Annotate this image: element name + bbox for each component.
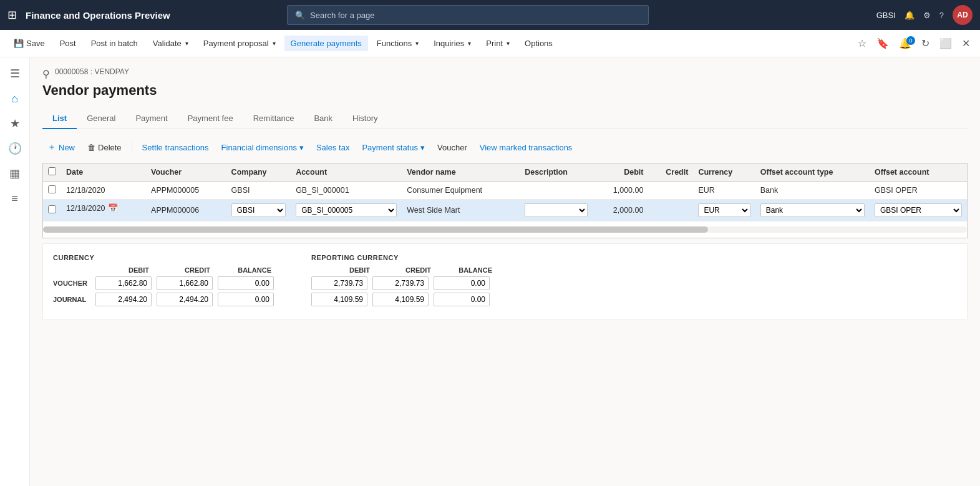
tab-general[interactable]: General	[77, 109, 125, 129]
col-check	[43, 163, 61, 182]
curr-credit-header: CREDIT	[154, 266, 210, 274]
search-icon: 🔍	[295, 11, 305, 20]
post-in-batch-button[interactable]: Post in batch	[85, 36, 144, 51]
sales-tax-button[interactable]: Sales tax	[311, 140, 354, 155]
scroll-thumb[interactable]	[43, 226, 708, 233]
sidebar-item-home[interactable]: ⌂	[4, 87, 26, 110]
row1-check[interactable]	[43, 182, 61, 200]
notification-icon[interactable]: 🔔	[905, 11, 915, 20]
summary-section: CURRENCY DEBIT CREDIT BALANCE VOUCHER	[42, 243, 968, 319]
delete-icon: 🗑	[87, 143, 95, 152]
table-row[interactable]: 12/18/2020 📅 APPM000006 GBSI	[43, 200, 967, 221]
rep-journal-balance[interactable]	[434, 293, 490, 306]
close-icon[interactable]: ✕	[959, 35, 973, 52]
row2-date: 12/18/2020 📅	[61, 200, 146, 217]
view-marked-button[interactable]: View marked transactions	[475, 140, 578, 155]
row2-offset-account-select[interactable]: GBSI OPER	[875, 203, 962, 217]
sidebar-item-favorites[interactable]: ★	[4, 112, 26, 135]
voucher-button[interactable]: Voucher	[432, 140, 472, 155]
currency-voucher-row: VOUCHER	[53, 276, 274, 290]
row2-account-select[interactable]: GB_SI_000005	[296, 203, 397, 217]
sidebar-item-recent[interactable]: 🕐	[4, 137, 26, 160]
tab-history[interactable]: History	[342, 109, 387, 129]
table-row[interactable]: 12/18/2020 APPM000005 GBSI GB_SI_000001 …	[43, 182, 967, 200]
row2-account[interactable]: GB_SI_000005	[291, 200, 402, 221]
tab-bank[interactable]: Bank	[304, 109, 342, 129]
row1-company: GBSI	[226, 182, 291, 200]
curr-voucher-debit[interactable]	[95, 276, 152, 290]
row1-desc	[520, 182, 593, 200]
rep-credit-header: CREDIT	[375, 266, 431, 274]
reporting-title: REPORTING CURRENCY	[311, 254, 492, 261]
tab-payment[interactable]: Payment	[125, 109, 177, 129]
options-button[interactable]: Options	[518, 36, 559, 51]
horizontal-scrollbar[interactable]	[43, 226, 967, 233]
row2-offset-account[interactable]: GBSI OPER	[870, 200, 967, 221]
expand-icon[interactable]: ⬜	[937, 35, 954, 52]
row2-company-select[interactable]: GBSI	[231, 203, 286, 217]
sidebar-item-menu[interactable]: ☰	[4, 62, 26, 85]
row1-debit: 1,000.00	[593, 182, 648, 200]
col-credit: Credit	[648, 163, 693, 182]
rep-journal-debit[interactable]	[311, 293, 367, 306]
select-all-checkbox[interactable]	[48, 167, 56, 175]
action-bar: 💾 Save Post Post in batch Validate ▾ Pay…	[0, 30, 980, 57]
curr-voucher-balance[interactable]	[218, 276, 274, 290]
voucher-label: VOUCHER	[53, 279, 90, 287]
currency-journal-row: JOURNAL	[53, 293, 274, 306]
tab-list[interactable]: List	[42, 109, 77, 129]
rep-voucher-balance[interactable]	[434, 276, 490, 290]
curr-journal-balance[interactable]	[218, 293, 274, 306]
payment-proposal-button[interactable]: Payment proposal ▾	[197, 36, 282, 51]
page-title: Vendor payments	[42, 82, 968, 99]
row2-currency-select[interactable]: EUR	[698, 203, 750, 217]
post-button[interactable]: Post	[54, 36, 82, 51]
curr-voucher-credit[interactable]	[157, 276, 213, 290]
generate-payments-button[interactable]: Generate payments	[284, 36, 368, 51]
inquiries-button[interactable]: Inquiries ▾	[427, 36, 477, 51]
row2-desc[interactable]	[520, 200, 593, 221]
curr-journal-debit[interactable]	[95, 293, 152, 306]
curr-balance-header: BALANCE	[215, 266, 271, 274]
payment-status-button[interactable]: Payment status ▾	[357, 140, 430, 155]
favorites-icon[interactable]: ☆	[855, 35, 869, 52]
avatar[interactable]: AD	[953, 5, 973, 25]
financial-dim-button[interactable]: Financial dimensions ▾	[216, 140, 309, 155]
currency-summary: CURRENCY DEBIT CREDIT BALANCE VOUCHER	[53, 254, 274, 309]
new-button[interactable]: ＋ New	[42, 139, 80, 155]
app-grid-icon[interactable]: ⊞	[7, 8, 17, 22]
row2-offset-type[interactable]: Bank	[755, 200, 870, 221]
bookmark-icon[interactable]: 🔖	[874, 35, 891, 52]
row2-check[interactable]	[43, 200, 61, 221]
notification-badge[interactable]: 🔔 0	[896, 37, 914, 49]
tab-remittance[interactable]: Remittance	[243, 109, 304, 129]
filter-icon[interactable]: ⚲	[42, 68, 50, 80]
delete-button[interactable]: 🗑 Delete	[82, 140, 127, 155]
row2-desc-select[interactable]	[525, 203, 588, 217]
row1-vendor: Consumer Equipment	[402, 182, 520, 200]
refresh-icon[interactable]: ↻	[919, 35, 932, 52]
rep-voucher-debit[interactable]	[311, 276, 367, 290]
rep-voucher-credit[interactable]	[372, 276, 429, 290]
settings-icon[interactable]: ⚙	[923, 11, 931, 20]
row1-offset-type: Bank	[755, 182, 870, 200]
save-button[interactable]: 💾 Save	[7, 36, 51, 51]
print-button[interactable]: Print ▾	[480, 36, 516, 51]
settle-button[interactable]: Settle transactions	[137, 140, 214, 155]
reporting-summary: REPORTING CURRENCY DEBIT CREDIT BALANCE	[311, 254, 492, 309]
tab-payment-fee[interactable]: Payment fee	[178, 109, 243, 129]
rep-balance-header: BALANCE	[436, 266, 492, 274]
curr-journal-credit[interactable]	[157, 293, 213, 306]
search-box[interactable]: 🔍 Search for a page	[287, 5, 649, 25]
reporting-journal-row	[311, 293, 492, 306]
help-icon[interactable]: ?	[939, 11, 944, 20]
calendar-icon[interactable]: 📅	[108, 203, 118, 213]
row2-currency[interactable]: EUR	[693, 200, 755, 221]
row2-company[interactable]: GBSI	[226, 200, 291, 221]
sidebar-item-modules[interactable]: ≡	[4, 187, 26, 210]
rep-journal-credit[interactable]	[372, 293, 429, 306]
validate-button[interactable]: Validate ▾	[147, 36, 195, 51]
functions-button[interactable]: Functions ▾	[371, 36, 425, 51]
row2-offset-type-select[interactable]: Bank	[760, 203, 865, 217]
sidebar-item-workspaces[interactable]: ▦	[4, 162, 26, 185]
